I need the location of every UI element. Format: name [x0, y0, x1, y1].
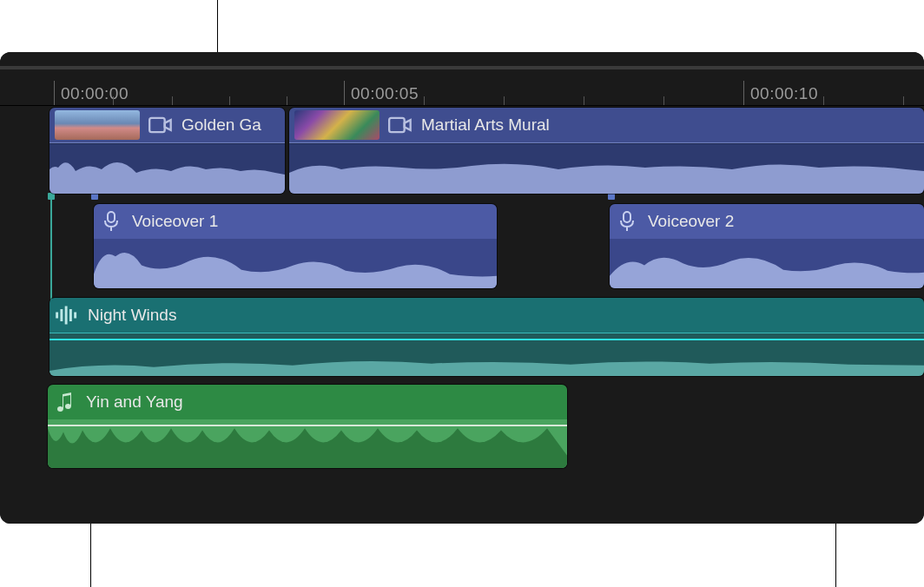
clip-title: Yin and Yang: [86, 392, 183, 412]
timeline-panel[interactable]: 00:00:00 00:00:05 00:00:10 Golden G: [0, 52, 924, 524]
ruler-scrub-bar[interactable]: [0, 66, 924, 69]
clip-title: Voiceover 2: [648, 212, 734, 231]
microphone-icon: [99, 211, 123, 232]
svg-rect-8: [74, 313, 76, 319]
clip-title: Voiceover 1: [132, 212, 218, 231]
ruler-label: 00:00:05: [351, 84, 419, 103]
clip-title: Martial Arts Mural: [421, 115, 550, 135]
volume-level-line[interactable]: [50, 339, 924, 340]
audio-bars-icon: [55, 305, 79, 326]
camera-icon: [148, 115, 173, 135]
clip-thumbnail: [55, 110, 140, 140]
clip-thumbnail: [294, 110, 380, 140]
video-clip-golden-gate[interactable]: Golden Ga: [50, 108, 285, 194]
svg-rect-6: [65, 307, 68, 325]
timeline-tracks[interactable]: Golden Ga Martial Arts Mural: [0, 106, 924, 524]
annotation-line-bottom-left: [90, 518, 91, 587]
ruler-label: 00:00:10: [750, 84, 818, 103]
sfx-clip-night-winds[interactable]: Night Winds: [50, 298, 924, 376]
camera-icon: [388, 115, 412, 135]
microphone-icon: [615, 211, 639, 232]
music-clip-yin-yang[interactable]: Yin and Yang: [48, 385, 567, 468]
timeline-ruler[interactable]: 00:00:00 00:00:05 00:00:10: [0, 52, 924, 106]
svg-rect-3: [624, 212, 630, 222]
clip-title: Golden Ga: [182, 115, 261, 135]
svg-rect-0: [149, 118, 165, 132]
svg-rect-2: [108, 212, 115, 222]
music-note-icon: [53, 392, 77, 412]
svg-rect-7: [69, 309, 72, 321]
clip-title: Night Winds: [88, 306, 176, 325]
svg-rect-5: [60, 309, 63, 321]
svg-rect-4: [56, 313, 58, 319]
voiceover-clip-2[interactable]: Voiceover 2: [610, 204, 924, 288]
clip-connector-dot[interactable]: [91, 193, 98, 200]
clip-connector-dot[interactable]: [48, 193, 55, 200]
voiceover-clip-1[interactable]: Voiceover 1: [94, 204, 497, 288]
clip-connector-dot[interactable]: [608, 193, 615, 200]
volume-level-line[interactable]: [48, 425, 567, 426]
svg-rect-1: [389, 118, 405, 132]
ruler-label: 00:00:00: [61, 84, 129, 103]
video-clip-martial-arts[interactable]: Martial Arts Mural: [289, 108, 924, 194]
